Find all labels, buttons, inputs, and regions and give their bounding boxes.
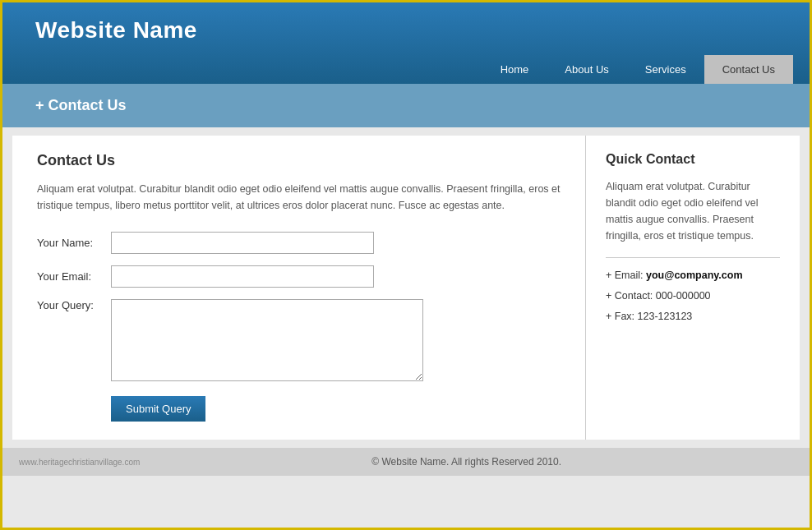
query-row: Your Query: [37, 299, 561, 381]
header: Website Name Home About Us Services Cont… [2, 2, 810, 84]
nav-about[interactable]: About Us [547, 55, 626, 84]
breadcrumb-text: + Contact Us [35, 97, 127, 113]
fax-contact-item: + Fax: 123-123123 [606, 309, 780, 325]
sidebar: Quick Contact Aliquam erat volutpat. Cur… [586, 136, 800, 440]
breadcrumb: + Contact Us [2, 84, 810, 127]
contact-form: Your Name: Your Email: Your Query: Submi… [37, 232, 561, 422]
email-contact-item: + Email: you@company.com [606, 268, 780, 283]
email-input[interactable] [111, 265, 374, 288]
site-title: Website Name [35, 17, 785, 44]
nav-bar: Home About Us Services Contact Us [2, 55, 810, 84]
name-row: Your Name: [37, 232, 561, 254]
email-contact-value: you@company.com [646, 270, 743, 281]
sidebar-heading: Quick Contact [606, 152, 780, 167]
page-heading: Contact Us [37, 152, 561, 169]
submit-row: Submit Query [37, 396, 561, 422]
sidebar-divider [606, 257, 780, 258]
fax-contact-label: + Fax: [606, 311, 634, 322]
nav-contact[interactable]: Contact Us [704, 55, 793, 84]
nav-home[interactable]: Home [482, 55, 547, 84]
submit-button[interactable]: Submit Query [111, 396, 205, 422]
footer-copyright: © Website Name. All rights Reserved 2010… [140, 456, 793, 468]
email-label: Your Email: [37, 270, 111, 283]
sidebar-text: Aliquam erat volutpat. Curabitur blandit… [606, 178, 780, 244]
main-content: Contact Us Aliquam erat volutpat. Curabi… [12, 136, 586, 440]
email-contact-label: + Email: [606, 270, 644, 281]
intro-text: Aliquam erat volutpat. Curabitur blandit… [37, 181, 561, 214]
content-wrapper: Contact Us Aliquam erat volutpat. Curabi… [12, 136, 800, 440]
name-input[interactable] [111, 232, 374, 254]
phone-contact-label: + Contact: [606, 290, 653, 302]
query-textarea[interactable] [111, 299, 423, 381]
header-top: Website Name [2, 2, 810, 55]
nav-services[interactable]: Services [627, 55, 704, 84]
phone-contact-item: + Contact: 000-000000 [606, 288, 780, 304]
name-label: Your Name: [37, 237, 111, 249]
footer-left: www.heritagechristianvillage.com [19, 458, 140, 467]
fax-contact-value: 123-123123 [638, 311, 693, 322]
phone-contact-value: 000-000000 [656, 290, 711, 302]
footer: www.heritagechristianvillage.com © Websi… [2, 448, 810, 476]
email-row: Your Email: [37, 265, 561, 288]
query-label: Your Query: [37, 299, 111, 311]
